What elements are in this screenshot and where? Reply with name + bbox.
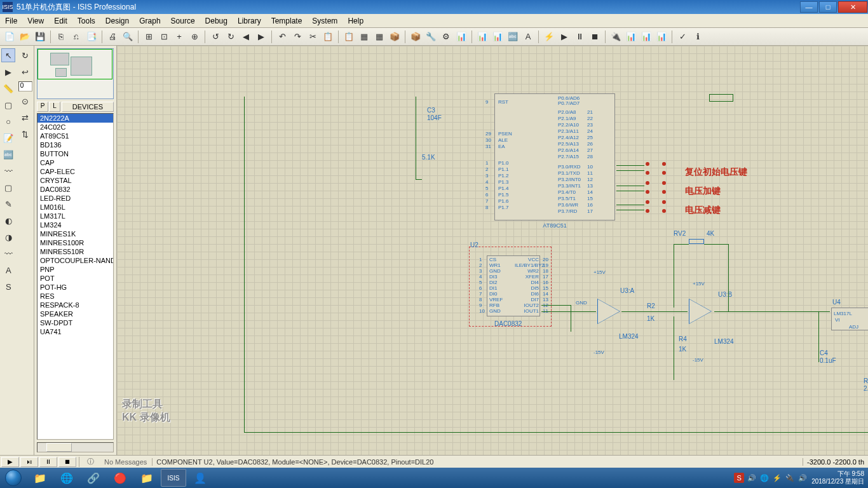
tray-icon-0[interactable]: S (734, 473, 744, 483)
toolbar-btn-14[interactable]: ◀ (239, 30, 253, 44)
maximize-button[interactable]: □ (819, 1, 837, 13)
component-button-reset[interactable] (644, 164, 667, 173)
menu-template[interactable]: Template (266, 15, 308, 27)
system-tray[interactable]: S🔊🌐⚡🔌🔊 下午 9:58 2018/12/23 星期日 (730, 470, 868, 485)
device-item[interactable]: MINRES1K (37, 229, 113, 238)
rotate-ccw-icon[interactable]: ↩ (18, 65, 32, 79)
device-item[interactable]: DAC0832 (37, 185, 113, 194)
menu-design[interactable]: Design (100, 15, 134, 27)
sim-play-button[interactable]: ▶ (1, 457, 19, 467)
device-item[interactable]: POT-HG (37, 283, 113, 292)
tray-icon-2[interactable]: 🌐 (759, 473, 770, 483)
device-item[interactable]: LM324 (37, 220, 113, 229)
toolbar-btn-34[interactable]: ⏸ (573, 30, 587, 44)
toolbar-btn-3[interactable]: ⎘ (54, 30, 68, 44)
toolbar-btn-2[interactable]: 💾 (33, 30, 47, 44)
device-item[interactable]: POT (37, 274, 113, 283)
toolbar-btn-8[interactable]: ⊞ (142, 30, 156, 44)
device-item[interactable]: MINRES100R (37, 238, 113, 247)
tool-12[interactable]: 〰 (1, 247, 15, 261)
toolbar-btn-0[interactable]: 📄 (3, 30, 17, 44)
component-button-up[interactable] (644, 183, 667, 192)
taskbar-app-1[interactable]: 🌐 (54, 469, 79, 487)
toolbar-btn-35[interactable]: ⏹ (588, 30, 602, 44)
taskbar-app-2[interactable]: 🔗 (81, 469, 106, 487)
toolbar-btn-5[interactable]: 📑 (85, 30, 98, 44)
start-button[interactable] (0, 468, 27, 488)
toolbar-btn-29[interactable]: 📊 (491, 30, 505, 44)
toolbar-btn-40[interactable]: ✓ (675, 30, 689, 44)
tray-icon-5[interactable]: 🔊 (797, 473, 808, 483)
toolbar-btn-20[interactable]: 📋 (342, 30, 356, 44)
menu-graph[interactable]: Graph (134, 15, 165, 27)
angle-spin[interactable]: 0 (18, 81, 32, 92)
tool-2[interactable]: 📏 (1, 81, 15, 95)
tool-10[interactable]: ◐ (1, 214, 15, 227)
device-item[interactable]: RESPACK-8 (37, 301, 113, 309)
menu-system[interactable]: System (307, 15, 342, 27)
toolbar-btn-4[interactable]: ⎌ (69, 30, 83, 44)
device-item[interactable]: CAP-ELEC (37, 167, 113, 176)
tool-7[interactable]: 〰 (1, 164, 15, 178)
component-at89c51[interactable]: AT89C51 (494, 93, 615, 220)
toolbar-btn-16[interactable]: ↶ (275, 30, 289, 44)
mirror-target-icon[interactable]: ⊙ (18, 94, 32, 108)
component-button-down[interactable] (644, 202, 667, 211)
menu-view[interactable]: View (22, 15, 49, 27)
toolbar-btn-13[interactable]: ↻ (224, 30, 238, 44)
device-item[interactable]: 24C02C (37, 123, 113, 132)
toolbar-btn-17[interactable]: ↷ (290, 30, 304, 44)
menu-help[interactable]: Help (342, 15, 369, 27)
flip-v-icon[interactable]: ⇅ (18, 127, 32, 141)
tool-14[interactable]: S (1, 280, 15, 294)
toolbar-btn-32[interactable]: ⚡ (542, 30, 556, 44)
taskbar-app-6[interactable]: 👤 (187, 469, 213, 487)
toolbar-btn-41[interactable]: ℹ (691, 30, 705, 44)
tool-8[interactable]: ▢ (1, 180, 15, 194)
device-item[interactable]: RES (37, 292, 113, 301)
toolbar-btn-11[interactable]: ⊕ (187, 30, 201, 44)
l-button[interactable]: L (49, 102, 60, 112)
toolbar-btn-6[interactable]: 🖨 (105, 30, 119, 44)
toolbar-btn-24[interactable]: 📦 (409, 30, 423, 44)
tool-9[interactable]: ✎ (1, 197, 15, 211)
minimize-button[interactable]: — (800, 1, 818, 13)
toolbar-btn-1[interactable]: 📂 (18, 30, 32, 44)
menu-edit[interactable]: Edit (49, 15, 72, 27)
toolbar-btn-33[interactable]: ▶ (557, 30, 571, 44)
sim-step-button[interactable]: ⏯ (20, 457, 38, 467)
component-rv2[interactable] (689, 239, 704, 244)
toolbar-btn-18[interactable]: ✂ (306, 30, 320, 44)
toolbar-btn-22[interactable]: ▦ (372, 30, 386, 44)
toolbar-btn-31[interactable]: A (521, 30, 535, 44)
taskbar-clock[interactable]: 下午 9:58 2018/12/23 星期日 (811, 470, 864, 485)
toolbar-btn-37[interactable]: 📊 (624, 30, 638, 44)
tool-3[interactable]: ▢ (1, 98, 15, 112)
device-item[interactable]: OPTOCOUPLER-NAND (37, 256, 113, 265)
toolbar-btn-10[interactable]: + (172, 30, 186, 44)
close-button[interactable]: ✕ (838, 1, 867, 13)
device-list[interactable]: 2N2222A24C02CAT89C51BD136BUTTONCAPCAP-EL… (37, 113, 114, 440)
menu-library[interactable]: Library (233, 15, 266, 27)
rotate-cw-icon[interactable]: ↻ (18, 48, 32, 62)
toolbar-btn-30[interactable]: 🔤 (506, 30, 520, 44)
menu-debug[interactable]: Debug (200, 15, 233, 27)
device-item[interactable]: SW-DPDT (37, 318, 113, 327)
device-item[interactable]: LM317L (37, 212, 113, 220)
device-item[interactable]: AT89C51 (37, 132, 113, 140)
sim-stop-button[interactable]: ⏹ (58, 457, 76, 467)
menu-source[interactable]: Source (166, 15, 200, 27)
component-u3b[interactable] (689, 299, 712, 324)
device-item[interactable]: MINRES510R (37, 247, 113, 256)
overview-map[interactable] (37, 48, 114, 99)
device-item[interactable]: UA741 (37, 327, 113, 336)
toolbar-btn-36[interactable]: 🔌 (609, 30, 623, 44)
tray-icon-3[interactable]: ⚡ (772, 473, 782, 483)
tool-1[interactable]: ▶ (1, 65, 15, 79)
toolbar-btn-9[interactable]: ⊡ (157, 30, 171, 44)
tool-0[interactable]: ↖ (1, 48, 15, 62)
device-item[interactable]: LM016L (37, 203, 113, 212)
device-item[interactable]: CAP (37, 158, 113, 167)
device-item[interactable]: LED-RED (37, 194, 113, 203)
toolbar-btn-23[interactable]: 📦 (388, 30, 402, 44)
